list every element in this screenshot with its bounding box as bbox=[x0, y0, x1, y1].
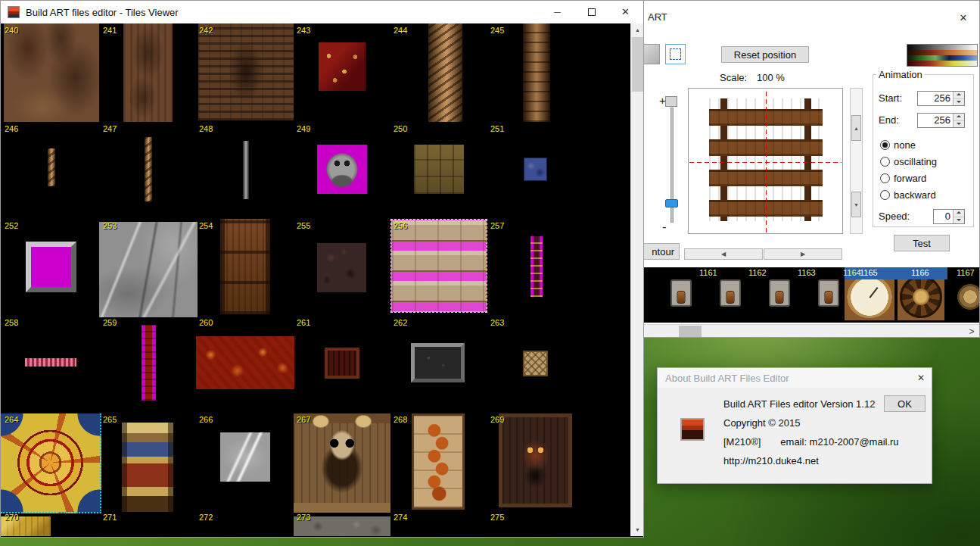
tile-262[interactable] bbox=[411, 343, 465, 382]
tile-247[interactable] bbox=[145, 137, 152, 201]
tile-246[interactable] bbox=[48, 148, 55, 186]
contour-button[interactable]: ntour bbox=[642, 243, 680, 260]
about-close-button[interactable]: ✕ bbox=[910, 370, 932, 386]
tile-269[interactable] bbox=[499, 413, 572, 507]
about-app-icon bbox=[680, 418, 705, 441]
tile-number-250: 250 bbox=[394, 124, 407, 133]
preview-scrollbar[interactable]: ▲ ▼ bbox=[850, 88, 863, 234]
radio-forward[interactable]: forward bbox=[880, 172, 926, 184]
scroll-thumb[interactable] bbox=[632, 37, 643, 92]
tiles-canvas[interactable]: 2402412422432442452462472482492502512522… bbox=[1, 23, 631, 536]
tile-number-265: 265 bbox=[103, 415, 117, 424]
spin-up-icon[interactable] bbox=[954, 210, 964, 217]
tile-261[interactable] bbox=[325, 348, 359, 379]
speed-spinner-arrows[interactable] bbox=[953, 210, 964, 223]
tile-258[interactable] bbox=[25, 358, 76, 367]
tiles-scrollbar[interactable]: ▲ ▼ bbox=[630, 23, 643, 536]
tile-248[interactable] bbox=[243, 141, 249, 199]
minimize-icon: ─ bbox=[554, 7, 561, 17]
end-spinner[interactable]: 256 bbox=[917, 113, 965, 128]
tile-260[interactable] bbox=[196, 336, 294, 389]
zoom-slider-top-button[interactable] bbox=[665, 96, 677, 107]
end-spinner-arrows[interactable] bbox=[953, 114, 964, 127]
strip-tile-1164[interactable] bbox=[818, 279, 839, 307]
spin-down-icon[interactable] bbox=[954, 99, 964, 106]
strip-tile-1167[interactable] bbox=[955, 279, 980, 314]
tile-254[interactable] bbox=[220, 219, 270, 314]
tile-249[interactable] bbox=[317, 145, 367, 194]
tile-241[interactable] bbox=[123, 23, 173, 122]
radio-oscillating-label: oscillating bbox=[894, 156, 937, 167]
strip-tile-1165[interactable] bbox=[845, 273, 894, 320]
start-spinner[interactable]: 256 bbox=[917, 91, 965, 106]
tile-240[interactable] bbox=[4, 23, 99, 122]
about-website-link[interactable]: http://m210.duke4.net bbox=[723, 455, 819, 466]
tile-263[interactable] bbox=[523, 351, 548, 376]
editor-close-button[interactable]: ✕ bbox=[950, 7, 976, 28]
spin-down-icon[interactable] bbox=[954, 217, 964, 224]
radio-backward[interactable]: backward bbox=[880, 189, 936, 201]
tile-number-246: 246 bbox=[5, 124, 18, 133]
tile-267[interactable] bbox=[294, 413, 390, 513]
reset-position-button[interactable]: Reset position bbox=[721, 46, 809, 63]
strip-tile-1163[interactable] bbox=[769, 279, 790, 307]
partial-toolbar-icon[interactable] bbox=[642, 44, 660, 64]
radio-forward-circle bbox=[880, 173, 890, 183]
start-spinner-arrows[interactable] bbox=[953, 92, 964, 105]
tile-245[interactable] bbox=[523, 23, 550, 122]
tile-265[interactable] bbox=[122, 423, 173, 512]
scroll-up-button[interactable]: ▲ bbox=[631, 23, 644, 36]
tile-number-264: 264 bbox=[5, 415, 18, 424]
scroll-down-button[interactable]: ▼ bbox=[631, 523, 644, 536]
tile-257[interactable] bbox=[530, 236, 543, 297]
strip-scrollbar[interactable]: > bbox=[642, 324, 980, 337]
spin-up-icon[interactable] bbox=[954, 92, 964, 99]
preview-scroll-up-button[interactable]: ▲ bbox=[851, 115, 861, 141]
nav-right-button[interactable]: ▶ bbox=[764, 248, 842, 260]
tile-number-274: 274 bbox=[394, 513, 407, 522]
tiles-titlebar[interactable]: Build ART files editor - Tiles Viewer ─ … bbox=[1, 1, 643, 23]
nav-left-button[interactable]: ◀ bbox=[684, 248, 763, 260]
radio-none[interactable]: none bbox=[880, 139, 916, 151]
tile-256[interactable] bbox=[391, 220, 487, 312]
radio-backward-label: backward bbox=[894, 189, 936, 201]
zoom-slider-thumb[interactable] bbox=[665, 199, 678, 207]
tile-264[interactable] bbox=[1, 413, 101, 513]
tile-255[interactable] bbox=[317, 243, 366, 292]
tile-259[interactable] bbox=[142, 325, 156, 401]
minimize-button[interactable]: ─ bbox=[540, 1, 574, 23]
tile-251[interactable] bbox=[524, 158, 547, 181]
radio-oscillating[interactable]: oscillating bbox=[880, 155, 937, 167]
spin-up-icon[interactable] bbox=[954, 114, 964, 121]
maximize-button[interactable] bbox=[574, 1, 608, 23]
spin-down-icon[interactable] bbox=[954, 121, 964, 128]
tile-244[interactable] bbox=[428, 23, 462, 122]
tile-number-252: 252 bbox=[5, 221, 18, 230]
ok-button[interactable]: OK bbox=[884, 395, 926, 412]
strip-tile-1166[interactable] bbox=[898, 273, 944, 320]
tile-number-253: 253 bbox=[103, 221, 117, 230]
tile-242[interactable] bbox=[198, 23, 294, 120]
tile-268[interactable] bbox=[412, 413, 465, 510]
strip-tile-1162[interactable] bbox=[720, 279, 741, 307]
strip-scroll-right-button[interactable]: > bbox=[963, 325, 980, 338]
tile-266[interactable] bbox=[220, 432, 270, 482]
tile-253[interactable] bbox=[99, 222, 198, 317]
tile-number-259: 259 bbox=[103, 318, 117, 327]
tile-252[interactable] bbox=[26, 242, 76, 292]
end-label: End: bbox=[879, 114, 899, 126]
close-button[interactable]: ✕ bbox=[608, 1, 642, 23]
tile-number-258: 258 bbox=[5, 318, 18, 327]
preview-scroll-down-button[interactable]: ▼ bbox=[851, 192, 861, 217]
tile-strip[interactable]: 1161116211631164116511661167 bbox=[642, 267, 980, 323]
tile-number-273: 273 bbox=[297, 513, 310, 522]
palette-preview[interactable] bbox=[907, 44, 978, 67]
strip-tile-1161[interactable] bbox=[670, 279, 692, 307]
tile-number-243: 243 bbox=[297, 26, 310, 35]
test-button[interactable]: Test bbox=[894, 235, 950, 251]
tile-250[interactable] bbox=[414, 145, 464, 194]
selection-tool-button[interactable] bbox=[665, 44, 686, 64]
tile-243[interactable] bbox=[319, 42, 366, 91]
strip-scroll-thumb[interactable] bbox=[679, 326, 702, 337]
speed-spinner[interactable]: 0 bbox=[933, 209, 965, 224]
